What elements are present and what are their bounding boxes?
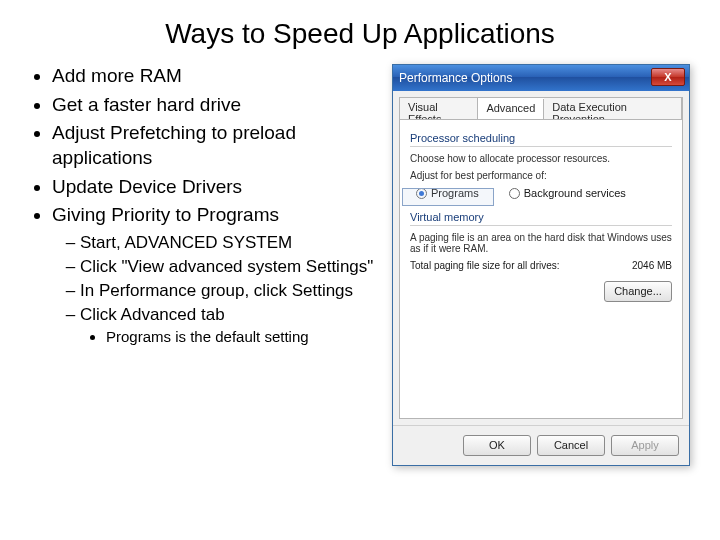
dialog-title: Performance Options (399, 71, 512, 85)
tab-advanced[interactable]: Advanced (478, 99, 544, 120)
subsub-bullet: Programs is the default setting (106, 327, 380, 347)
tab-visual-effects[interactable]: Visual Effects (400, 98, 478, 119)
close-button[interactable]: X (651, 68, 685, 86)
tabs: Visual Effects Advanced Data Execution P… (399, 97, 683, 119)
vm-total-label: Total paging file size for all drives: (410, 260, 560, 271)
radio-icon (509, 188, 520, 199)
virtual-memory-heading: Virtual memory (410, 211, 672, 223)
processor-scheduling-heading: Processor scheduling (410, 132, 672, 144)
bullet-item: Update Device Drivers (52, 175, 380, 200)
radio-programs[interactable]: Programs (416, 187, 479, 199)
change-button[interactable]: Change... (604, 281, 672, 302)
radio-icon (416, 188, 427, 199)
cancel-button[interactable]: Cancel (537, 435, 605, 456)
dialog-titlebar[interactable]: Performance Options X (393, 65, 689, 91)
sub-bullet: Start, ADVANCED SYSTEM (80, 232, 380, 254)
radio-background-services[interactable]: Background services (509, 187, 626, 199)
scheduling-desc: Choose how to allocate processor resourc… (410, 153, 672, 164)
slide-title: Ways to Speed Up Applications (30, 18, 690, 50)
vm-desc: A paging file is an area on the hard dis… (410, 232, 672, 254)
sub-bullet: In Performance group, click Settings (80, 280, 380, 302)
bullet-list: Add more RAM Get a faster hard drive Adj… (30, 64, 380, 466)
close-icon: X (664, 71, 671, 83)
dialog-footer: OK Cancel Apply (393, 425, 689, 465)
bullet-item: Get a faster hard drive (52, 93, 380, 118)
apply-button[interactable]: Apply (611, 435, 679, 456)
tab-panel-advanced: Processor scheduling Choose how to alloc… (399, 119, 683, 419)
bullet-item: Adjust Prefetching to preload applicatio… (52, 121, 380, 170)
performance-options-dialog: Performance Options X Visual Effects Adv… (392, 64, 690, 466)
vm-total-value: 2046 MB (632, 260, 672, 271)
sub-bullet: Click Advanced tab Programs is the defau… (80, 304, 380, 346)
ok-button[interactable]: OK (463, 435, 531, 456)
adjust-label: Adjust for best performance of: (410, 170, 672, 181)
bullet-item: Giving Priority to Programs Start, ADVAN… (52, 203, 380, 346)
bullet-item: Add more RAM (52, 64, 380, 89)
sub-bullet: Click "View advanced system Settings" (80, 256, 380, 278)
tab-dep[interactable]: Data Execution Prevention (544, 98, 682, 119)
